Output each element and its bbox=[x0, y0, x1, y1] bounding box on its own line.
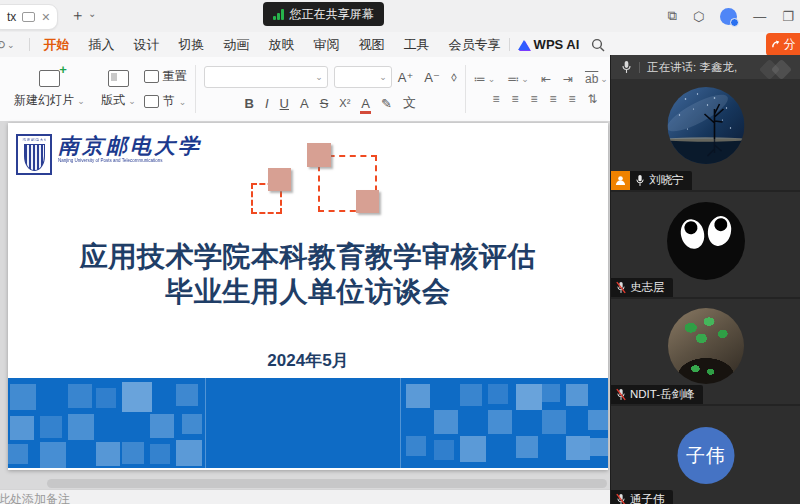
quick-access-chevron-icon[interactable]: ⌄ bbox=[7, 40, 15, 50]
band-mosaic-square bbox=[150, 444, 170, 464]
participant-tile[interactable]: 子伟 通子伟 bbox=[611, 406, 800, 504]
align-center-button[interactable]: ≡ bbox=[511, 92, 518, 106]
tab-tools[interactable]: 工具 bbox=[404, 36, 430, 54]
slide-date-textbox[interactable]: 2024年5月 bbox=[8, 349, 608, 372]
underline-button[interactable]: U bbox=[280, 96, 289, 111]
new-slide-label: 新建幻灯片 bbox=[14, 93, 74, 107]
line-spacing-up-button[interactable]: ⇅ bbox=[588, 92, 598, 106]
section-button[interactable]: 节 ⌄ bbox=[144, 93, 187, 110]
university-logo[interactable]: 南京邮电大学 南京邮电大学 Nanjing University of Post… bbox=[16, 134, 267, 175]
tab-design[interactable]: 设计 bbox=[134, 36, 160, 54]
font-color-button[interactable]: A bbox=[361, 96, 370, 111]
apps-cube-icon[interactable]: ⬡ bbox=[693, 9, 704, 24]
tab-member[interactable]: 会员专享 bbox=[449, 36, 501, 54]
text-effect-button[interactable]: 文 bbox=[403, 94, 416, 112]
emblem-shield-icon bbox=[24, 144, 45, 171]
wps-ai-logo-icon bbox=[518, 40, 530, 50]
tab-home[interactable]: 开始 bbox=[44, 36, 70, 54]
tab-review[interactable]: 审阅 bbox=[314, 36, 340, 54]
restore-button[interactable]: ❐ bbox=[782, 9, 794, 24]
band-mosaic-square bbox=[68, 384, 92, 408]
divider bbox=[509, 38, 510, 51]
menubar: ⟲ ⌄ 开始 插入 设计 切换 动画 放映 审阅 视图 工具 会员专享 WPS … bbox=[0, 32, 800, 57]
layout-icon bbox=[108, 70, 129, 87]
deco-filled-square-bottom[interactable] bbox=[356, 190, 379, 213]
share-button[interactable]: 分 bbox=[766, 33, 800, 56]
band-mosaic-square bbox=[40, 442, 66, 468]
justify-button[interactable]: ≡ bbox=[549, 92, 556, 106]
distribute-button[interactable]: ≡ bbox=[568, 92, 575, 106]
account-avatar[interactable] bbox=[720, 8, 737, 25]
minimize-button[interactable]: — bbox=[753, 9, 766, 24]
grow-font-button[interactable]: A⁺ bbox=[398, 70, 414, 85]
reset-icon bbox=[144, 70, 159, 83]
tab-view[interactable]: 视图 bbox=[359, 36, 385, 54]
band-mosaic-square bbox=[460, 436, 486, 462]
tab-animations[interactable]: 动画 bbox=[224, 36, 250, 54]
text-direction-button[interactable]: ab⌄ bbox=[585, 72, 608, 86]
reset-button[interactable]: 重置 bbox=[144, 68, 187, 85]
document-tab[interactable]: tx ✕ bbox=[0, 4, 58, 30]
superscript-button[interactable]: X² bbox=[339, 97, 350, 109]
numbering-button[interactable]: ≕⌄ bbox=[507, 72, 529, 86]
titlebar: tx ✕ ＋ ⌄ 您正在共享屏幕 ⧉ ⬡ — ❐ bbox=[0, 0, 800, 32]
widgets-icon[interactable]: ⧉ bbox=[668, 8, 677, 24]
tab-insert[interactable]: 插入 bbox=[89, 36, 115, 54]
participant-tile[interactable]: NDIT-岳剑峰 bbox=[611, 299, 800, 404]
tab-list-chevron-icon[interactable]: ⌄ bbox=[88, 8, 96, 19]
slide-title-textbox[interactable]: 应用技术学院本科教育教学审核评估 毕业生用人单位访谈会 bbox=[8, 240, 608, 309]
band-mosaic-square bbox=[566, 436, 590, 460]
wps-ai-button[interactable]: WPS AI bbox=[534, 37, 580, 52]
band-mosaic-square bbox=[542, 410, 566, 434]
align-right-button[interactable]: ≡ bbox=[530, 92, 537, 106]
band-mosaic-square bbox=[176, 384, 198, 406]
decrease-indent-button[interactable]: ⇤ bbox=[541, 72, 551, 86]
band-mosaic-square bbox=[40, 416, 62, 438]
tab-slideshow[interactable]: 放映 bbox=[269, 36, 295, 54]
italic-button[interactable]: I bbox=[265, 96, 269, 111]
increase-indent-button[interactable]: ⇥ bbox=[563, 72, 573, 86]
tab-close-icon[interactable]: ✕ bbox=[41, 11, 50, 24]
signal-bars-icon bbox=[273, 9, 284, 20]
tab-transitions[interactable]: 切换 bbox=[179, 36, 205, 54]
slide-canvas[interactable]: 南京邮电大学 南京邮电大学 Nanjing University of Post… bbox=[8, 123, 608, 470]
new-slide-button[interactable]: 新建幻灯片 ⌄ bbox=[6, 70, 93, 109]
share-button-label: 分 bbox=[784, 36, 796, 53]
band-mosaic-square bbox=[566, 384, 588, 406]
font-size-combo[interactable]: ⌄ bbox=[334, 66, 392, 88]
align-left-button[interactable]: ≡ bbox=[492, 92, 499, 106]
share-arrow-icon bbox=[771, 39, 782, 50]
ribbon-tabs: 开始 插入 设计 切换 动画 放映 审阅 视图 工具 会员专享 bbox=[44, 36, 501, 54]
search-icon[interactable] bbox=[591, 38, 605, 52]
clear-format-eraser-icon[interactable]: ⬨ bbox=[451, 69, 457, 85]
bullets-button[interactable]: ≔⌄ bbox=[474, 72, 496, 86]
slide-footer-band[interactable] bbox=[8, 378, 608, 468]
quick-access-redo-icon[interactable]: ⟲ bbox=[0, 38, 5, 52]
deco-filled-square-top[interactable] bbox=[307, 143, 331, 167]
deco-filled-square-small[interactable] bbox=[268, 168, 291, 191]
char-border-button[interactable]: A bbox=[300, 96, 309, 111]
participant-tiles: 刘晓宁 史志层 bbox=[611, 79, 800, 504]
participant-name: 史志层 bbox=[630, 280, 665, 295]
bold-button[interactable]: B bbox=[245, 96, 254, 111]
participant-tile[interactable]: 史志层 bbox=[611, 192, 800, 297]
new-tab-button[interactable]: ＋ bbox=[70, 6, 85, 25]
highlight-button[interactable]: ✎ bbox=[381, 96, 392, 111]
notes-pane[interactable]: 单击此处添加备注 bbox=[0, 489, 612, 504]
shrink-font-button[interactable]: A⁻ bbox=[424, 70, 440, 85]
layout-label: 版式 bbox=[101, 93, 125, 107]
divider bbox=[29, 38, 30, 51]
band-mosaic-square bbox=[8, 444, 28, 464]
horizontal-scrollbar[interactable] bbox=[47, 479, 607, 488]
font-name-combo[interactable]: ⌄ bbox=[204, 66, 328, 88]
strikethrough-button[interactable]: S bbox=[320, 96, 329, 111]
avatar bbox=[668, 87, 745, 164]
layout-button[interactable]: 版式 ⌄ bbox=[93, 70, 144, 109]
participant-tile[interactable]: 刘晓宁 bbox=[611, 79, 800, 190]
avatar-initials: 子伟 bbox=[686, 443, 726, 469]
new-slide-icon bbox=[39, 70, 60, 87]
participant-label: 通子伟 bbox=[611, 490, 673, 504]
band-mosaic-square bbox=[122, 442, 144, 464]
band-mosaic-square bbox=[488, 410, 512, 434]
section-label: 节 bbox=[163, 93, 175, 110]
